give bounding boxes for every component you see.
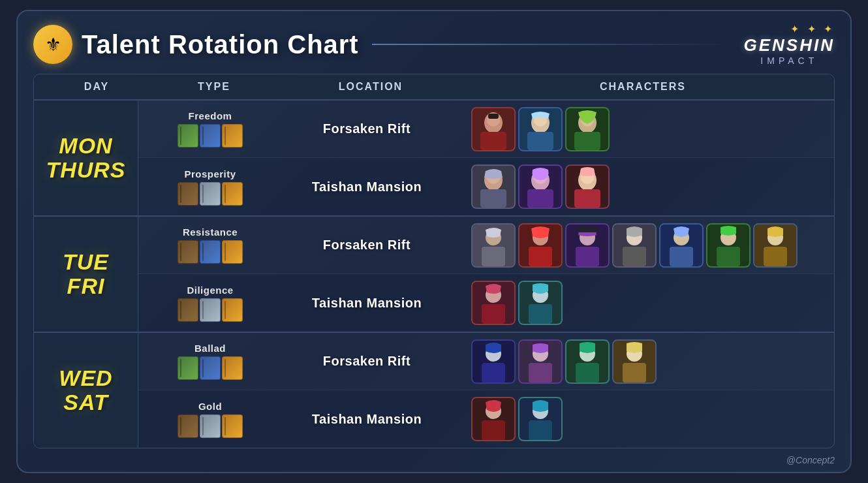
freedom-books (178, 124, 243, 148)
book-blue-3 (200, 356, 221, 380)
col-location: LOCATION (279, 81, 462, 93)
gold-books (178, 414, 243, 438)
book-silver-2 (200, 298, 221, 322)
svg-rect-23 (574, 189, 600, 208)
chars-freedom (458, 107, 828, 151)
location-taishan-3: Taishan Mansion (275, 412, 458, 427)
type-ballad: Ballad (145, 340, 275, 382)
logo-name: GENSHIN (744, 35, 835, 55)
book-brown-2 (178, 240, 198, 264)
type-resistance: Resistance (145, 224, 275, 266)
logo-stars: ✦ ✦ ✦ (744, 23, 835, 35)
genshin-logo: ✦ ✦ ✦ GENSHIN IMPACT (744, 23, 835, 66)
talent-table: DAY TYPE LOCATION CHARACTERS MONTHURS Fr… (33, 74, 835, 448)
ballad-books (178, 356, 243, 380)
type-freedom-label: Freedom (189, 110, 232, 121)
svg-rect-2 (480, 132, 506, 150)
chart-icon: ⚜ (33, 25, 72, 64)
book-green-2 (178, 356, 198, 380)
diligence-books (178, 298, 243, 322)
resistance-books (178, 240, 243, 264)
chars-gold (458, 397, 828, 441)
type-gold: Gold (145, 398, 275, 441)
svg-rect-65 (623, 363, 646, 382)
type-diligence-label: Diligence (187, 285, 233, 296)
svg-rect-11 (574, 132, 600, 150)
char-avatar (518, 107, 563, 151)
book-green-1 (178, 124, 198, 148)
chars-ballad (458, 339, 828, 384)
char-avatar (471, 107, 516, 151)
svg-rect-62 (576, 363, 599, 382)
char-avatar (471, 281, 516, 325)
char-avatar (471, 397, 516, 441)
svg-rect-55 (482, 363, 505, 382)
book-silver-1 (200, 182, 221, 206)
rows-wed-sat: Ballad Forsaken Rift (138, 333, 834, 448)
location-forsaken-3: Forsaken Rift (275, 354, 458, 369)
book-gold-5 (222, 356, 243, 380)
char-avatar (753, 223, 798, 268)
char-avatar (565, 339, 610, 384)
day-label-wed: WEDSAT (59, 366, 112, 415)
svg-rect-37 (623, 247, 646, 266)
svg-rect-68 (482, 420, 505, 440)
title-area: ⚜ Talent Rotation Chart (33, 25, 359, 64)
book-brown-3 (178, 298, 198, 322)
row-freedom: Freedom Forsaken Rift (138, 101, 834, 158)
char-avatar (471, 339, 516, 384)
chars-diligence (458, 281, 828, 325)
footer-credit: @Concept2 (786, 455, 835, 465)
type-ballad-label: Ballad (194, 343, 226, 354)
chars-prosperity (458, 164, 828, 209)
svg-rect-71 (529, 420, 552, 440)
day-group-mon-thurs: MONTHURS Freedom Forsaken Rift (34, 101, 834, 217)
row-prosperity: Prosperity Taishan Mansion (138, 158, 834, 215)
char-avatar (471, 164, 516, 209)
char-avatar (565, 107, 610, 151)
svg-rect-7 (527, 132, 553, 150)
day-label-cell-mon: MONTHURS (34, 101, 138, 215)
svg-rect-46 (764, 247, 787, 266)
svg-rect-30 (529, 247, 552, 266)
book-gold-1 (222, 124, 243, 148)
day-group-wed-sat: WEDSAT Ballad Forsaken Rift (34, 333, 834, 448)
svg-rect-33 (576, 247, 599, 266)
row-gold: Gold Taishan Mansion (138, 390, 834, 448)
book-gold-3 (222, 240, 243, 264)
chart-container: ⚜ Talent Rotation Chart ✦ ✦ ✦ GENSHIN IM… (16, 10, 852, 473)
char-avatar (565, 223, 610, 268)
type-gold-label: Gold (198, 401, 222, 412)
book-brown-4 (178, 414, 198, 438)
svg-rect-19 (527, 189, 553, 208)
row-diligence: Diligence Taishan Mansion (138, 274, 834, 332)
book-silver-3 (200, 414, 221, 438)
svg-rect-34 (577, 226, 598, 232)
svg-rect-4 (488, 114, 499, 119)
table-header: DAY TYPE LOCATION CHARACTERS (34, 74, 834, 101)
location-forsaken-1: Forsaken Rift (275, 121, 458, 136)
header: ⚜ Talent Rotation Chart ✦ ✦ ✦ GENSHIN IM… (33, 23, 835, 66)
svg-rect-58 (529, 363, 552, 382)
chars-resistance (458, 223, 828, 268)
col-day: DAY (44, 81, 149, 93)
col-type: TYPE (149, 81, 279, 93)
char-avatar (518, 223, 563, 268)
row-ballad: Ballad Forsaken Rift (138, 333, 834, 390)
location-forsaken-2: Forsaken Rift (275, 238, 458, 253)
svg-rect-15 (480, 189, 506, 208)
type-prosperity: Prosperity (145, 166, 275, 208)
rows-tue-fri: Resistance Forsaken Rift (138, 217, 834, 332)
day-label-cell-tue: TUEFRI (34, 217, 138, 332)
title-line (372, 44, 731, 45)
col-characters: CHARACTERS (462, 81, 824, 93)
book-gold-4 (222, 298, 243, 322)
day-label-tue: TUEFRI (63, 250, 109, 299)
svg-rect-40 (670, 247, 693, 266)
type-prosperity-label: Prosperity (184, 168, 236, 179)
book-blue-2 (200, 240, 221, 264)
char-avatar (565, 164, 610, 209)
day-label-mon: MONTHURS (46, 134, 125, 183)
type-freedom: Freedom (145, 108, 275, 150)
logo-sub: IMPACT (744, 55, 835, 66)
